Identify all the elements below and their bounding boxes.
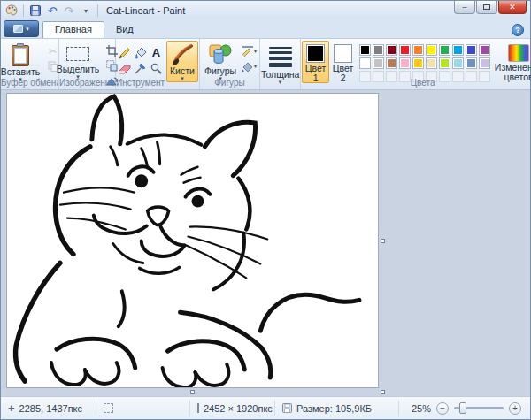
fill-style-icon bbox=[242, 61, 254, 72]
eyedropper-icon bbox=[135, 63, 146, 74]
group-label-thickness bbox=[260, 78, 300, 89]
group-label-tools: Инструменты bbox=[116, 78, 165, 89]
palette-color[interactable] bbox=[426, 57, 437, 69]
picture-icon bbox=[13, 25, 23, 33]
color2-label: Цвет bbox=[333, 64, 354, 73]
brushes-button[interactable]: Кисти ▾ bbox=[166, 41, 198, 82]
group-label-brushes bbox=[165, 78, 199, 89]
palette-color[interactable] bbox=[479, 57, 490, 69]
redo-button[interactable]: ↷ bbox=[62, 4, 76, 18]
color2-button[interactable]: Цвет 2 bbox=[329, 41, 357, 83]
maximize-button[interactable] bbox=[476, 1, 497, 14]
paste-button[interactable]: Вставить ▾ bbox=[0, 41, 43, 83]
save-button[interactable] bbox=[28, 4, 42, 18]
palette-color[interactable] bbox=[426, 44, 437, 56]
palette-color[interactable] bbox=[466, 57, 477, 69]
edit-colors-button[interactable]: Изменение цветов bbox=[494, 41, 531, 82]
cursor-position-pane: + 2285, 1437пкс bbox=[1, 401, 96, 416]
qat-customize-dropdown-icon[interactable]: ▾ bbox=[79, 4, 93, 18]
color-picker-tool-button[interactable] bbox=[133, 61, 148, 76]
title-bar: ↶ ↷ ▾ Cat-Lineart - Paint – ✕ bbox=[1, 1, 530, 20]
zoom-out-button[interactable]: − bbox=[436, 402, 449, 415]
shapes-button[interactable]: Фигуры ▾ bbox=[201, 41, 240, 82]
group-brushes: Кисти ▾ bbox=[165, 39, 200, 89]
file-size-pane: Размер: 105,9КБ bbox=[275, 401, 399, 416]
magnifier-tool-button[interactable] bbox=[149, 61, 164, 76]
cursor-position-value: 2285, 1437пкс bbox=[19, 403, 82, 414]
zoom-controls: 25% − + bbox=[412, 402, 530, 415]
palette-color[interactable] bbox=[386, 57, 397, 69]
help-icon[interactable]: ? bbox=[512, 24, 524, 36]
palette-color[interactable] bbox=[479, 44, 490, 56]
file-size-value: Размер: 105,9КБ bbox=[296, 403, 372, 414]
paint-app-icon[interactable] bbox=[4, 4, 19, 18]
disk-icon bbox=[282, 403, 292, 413]
chevron-down-icon: ▾ bbox=[254, 48, 257, 54]
image-size-pane: 2452 × 1920пкс bbox=[190, 401, 275, 416]
window-controls: – ✕ bbox=[453, 1, 527, 14]
chevron-down-icon: ▾ bbox=[254, 63, 257, 69]
palette-color[interactable] bbox=[399, 57, 411, 69]
app-menu-button[interactable]: ▾ bbox=[4, 20, 39, 37]
tab-home[interactable]: Главная bbox=[42, 21, 104, 38]
pencil-icon bbox=[119, 47, 131, 59]
group-clipboard: Вставить ▾ ✂ Буфер обмена bbox=[1, 39, 59, 89]
pencil-tool-button[interactable] bbox=[117, 45, 132, 60]
fill-tool-button[interactable] bbox=[133, 45, 148, 60]
ribbon: Вставить ▾ ✂ Буфер обмена Выделить ▾ bbox=[1, 39, 530, 90]
palette-color[interactable] bbox=[373, 57, 384, 69]
paint-window: ↶ ↷ ▾ Cat-Lineart - Paint – ✕ ▾ Главная … bbox=[0, 0, 531, 420]
shapes-icon bbox=[209, 43, 232, 65]
rainbow-icon bbox=[508, 44, 529, 62]
canvas-resize-handle-bottom[interactable] bbox=[190, 390, 195, 394]
crosshair-icon: + bbox=[8, 402, 15, 414]
workspace bbox=[1, 90, 530, 396]
canvas-resize-handle-right[interactable] bbox=[381, 239, 385, 243]
palette-color[interactable] bbox=[452, 57, 464, 69]
text-tool-button[interactable]: A bbox=[149, 45, 164, 60]
zoom-slider[interactable] bbox=[454, 407, 504, 409]
zoom-slider-thumb[interactable] bbox=[459, 402, 466, 414]
minimize-button[interactable]: – bbox=[454, 1, 475, 14]
selection-size-icon bbox=[104, 403, 113, 413]
palette-color[interactable] bbox=[412, 57, 424, 69]
quick-access-toolbar: ↶ ↷ ▾ Cat-Lineart - Paint bbox=[4, 4, 185, 18]
palette-color[interactable] bbox=[452, 44, 464, 56]
palette-color[interactable] bbox=[439, 44, 450, 56]
color1-swatch bbox=[306, 44, 325, 63]
shape-outline-button[interactable]: ▾ bbox=[242, 44, 257, 57]
cat-lineart-drawing bbox=[7, 94, 378, 387]
outline-icon bbox=[242, 46, 254, 57]
shape-fill-button[interactable]: ▾ bbox=[242, 59, 257, 73]
brush-icon bbox=[171, 43, 194, 65]
image-size-value: 2452 × 1920пкс bbox=[204, 403, 273, 414]
close-button[interactable]: ✕ bbox=[498, 1, 527, 14]
eraser-icon bbox=[119, 64, 131, 74]
zoom-in-button[interactable]: + bbox=[509, 402, 521, 415]
eraser-tool-button[interactable] bbox=[117, 61, 132, 76]
canvas-resize-handle-corner[interactable] bbox=[381, 390, 385, 394]
selection-size-pane bbox=[96, 401, 190, 416]
edit-colors-label-1: Изменение bbox=[495, 63, 531, 72]
palette-color[interactable] bbox=[439, 57, 450, 69]
undo-button[interactable]: ↶ bbox=[45, 4, 59, 18]
tab-view[interactable]: Вид bbox=[104, 21, 145, 38]
chevron-down-icon: ▾ bbox=[26, 26, 29, 33]
select-button[interactable]: Выделить ▾ bbox=[53, 41, 103, 80]
group-colors: Цвет 1 Цвет 2 Изменение цветов Цвета bbox=[301, 39, 531, 89]
palette-color[interactable] bbox=[373, 44, 384, 56]
color1-label: Цвет bbox=[305, 64, 327, 73]
canvas[interactable] bbox=[6, 93, 379, 388]
magnifier-icon bbox=[150, 63, 162, 74]
group-label-shapes: Фигуры bbox=[200, 78, 259, 89]
group-thickness: Толщина ▾ bbox=[260, 39, 301, 89]
color1-button[interactable]: Цвет 1 bbox=[302, 41, 329, 83]
palette-color[interactable] bbox=[359, 57, 371, 69]
palette-color[interactable] bbox=[386, 44, 397, 56]
palette-color[interactable] bbox=[412, 44, 424, 56]
palette-color[interactable] bbox=[359, 44, 371, 56]
fill-bucket-icon bbox=[135, 47, 147, 59]
palette-color[interactable] bbox=[466, 44, 477, 56]
ribbon-tab-row: ▾ Главная Вид ? bbox=[1, 20, 530, 39]
palette-color[interactable] bbox=[399, 44, 411, 56]
